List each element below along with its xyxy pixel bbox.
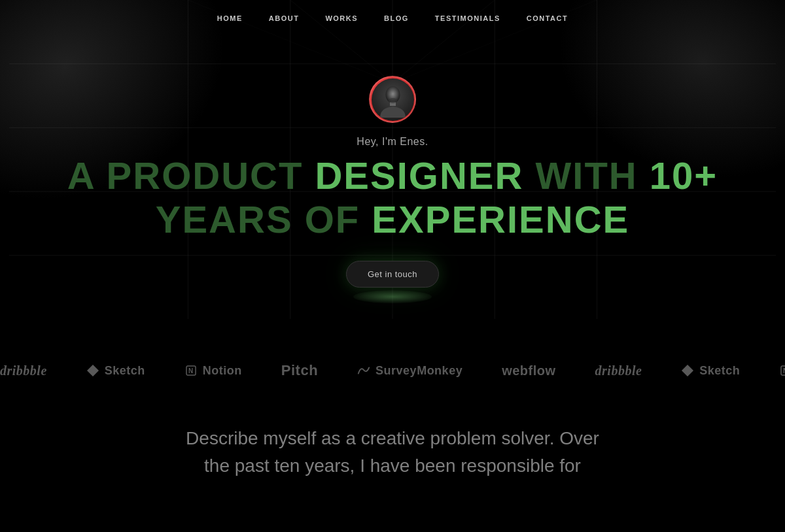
dribbble-text-2: dribbble xyxy=(595,363,642,378)
bottom-description: Describe myself as a creative problem so… xyxy=(0,425,785,480)
notion-icon-1: N xyxy=(184,364,198,377)
logo-notion-1: N Notion xyxy=(184,364,242,378)
headline-10plus: 10+ xyxy=(650,154,718,197)
sketch-diamond-2 xyxy=(682,365,693,376)
cta-glow-effect xyxy=(353,290,432,303)
logo-pitch: Pitch xyxy=(281,362,318,379)
bottom-text-line1: Describe myself as a creative problem so… xyxy=(186,428,599,448)
avatar xyxy=(369,76,416,123)
bottom-text: Describe myself as a creative problem so… xyxy=(131,425,654,480)
logos-track: dribbble Sketch N Notion Pitch xyxy=(0,362,785,379)
sketch-label-1: Sketch xyxy=(105,364,145,378)
headline-a-product: A PRODUCT xyxy=(67,154,315,197)
headline: A PRODUCT DESIGNER WITH 10+ YEARS OF EXP… xyxy=(67,154,718,241)
logo-sketch-1: Sketch xyxy=(86,364,145,378)
sketch-diamond-1 xyxy=(87,365,99,376)
surveymonkey-logo xyxy=(357,365,370,376)
nav-about[interactable]: ABOUT xyxy=(269,14,300,22)
headline-of: OF xyxy=(293,198,372,241)
sketch-label-2: Sketch xyxy=(699,364,740,378)
notion-icon-2: N xyxy=(779,364,785,377)
notion-label-1: Notion xyxy=(203,364,242,378)
nav-testimonials[interactable]: TESTIMONIALS xyxy=(435,14,500,22)
dribbble-text-1: dribbble xyxy=(0,363,47,378)
headline-experience: EXPERIENCE xyxy=(372,198,629,241)
nav-home[interactable]: HOME xyxy=(217,14,243,22)
person-silhouette xyxy=(375,82,411,118)
svg-text:N: N xyxy=(188,367,194,374)
bottom-text-line2: the past ten years, I have been responsi… xyxy=(204,456,581,476)
logos-section: dribbble Sketch N Notion Pitch xyxy=(0,356,785,386)
headline-designer: DESIGNER xyxy=(315,154,523,197)
webflow-text: webflow xyxy=(502,363,555,378)
notion-n-2: N xyxy=(780,365,785,376)
sketch-icon-2 xyxy=(681,364,694,377)
svg-point-15 xyxy=(388,98,397,103)
logo-sketch-2: Sketch xyxy=(681,364,740,378)
greeting-text: Hey, I'm Enes. xyxy=(357,136,428,148)
notion-n-1: N xyxy=(185,365,197,376)
logo-dribbble-2: dribbble xyxy=(595,363,642,378)
surveymonkey-icon xyxy=(357,364,370,377)
surveymonkey-label: SurveyMonkey xyxy=(375,364,462,378)
logo-notion-2: N Notion xyxy=(779,364,785,378)
nav-works[interactable]: WORKS xyxy=(325,14,358,22)
svg-marker-19 xyxy=(682,365,693,376)
logo-surveymonkey: SurveyMonkey xyxy=(357,364,462,378)
headline-line1: A PRODUCT DESIGNER WITH 10+ xyxy=(67,154,718,198)
headline-with: WITH xyxy=(523,154,649,197)
logo-webflow: webflow xyxy=(502,363,555,378)
pitch-text: Pitch xyxy=(281,362,318,379)
avatar-image xyxy=(372,78,414,121)
logo-dribbble-1: dribbble xyxy=(0,363,47,378)
nav-contact[interactable]: CONTACT xyxy=(527,14,568,22)
sketch-icon-1 xyxy=(86,364,99,377)
headline-years: YEARS xyxy=(156,198,293,241)
navigation: HOME ABOUT WORKS BLOG TESTIMONIALS CONTA… xyxy=(0,0,785,37)
svg-marker-16 xyxy=(87,365,99,376)
nav-blog[interactable]: BLOG xyxy=(384,14,409,22)
headline-line2: YEARS OF EXPERIENCE xyxy=(67,198,718,242)
hero-section: Hey, I'm Enes. A PRODUCT DESIGNER WITH 1… xyxy=(0,37,785,303)
get-in-touch-button[interactable]: Get in touch xyxy=(346,261,439,288)
